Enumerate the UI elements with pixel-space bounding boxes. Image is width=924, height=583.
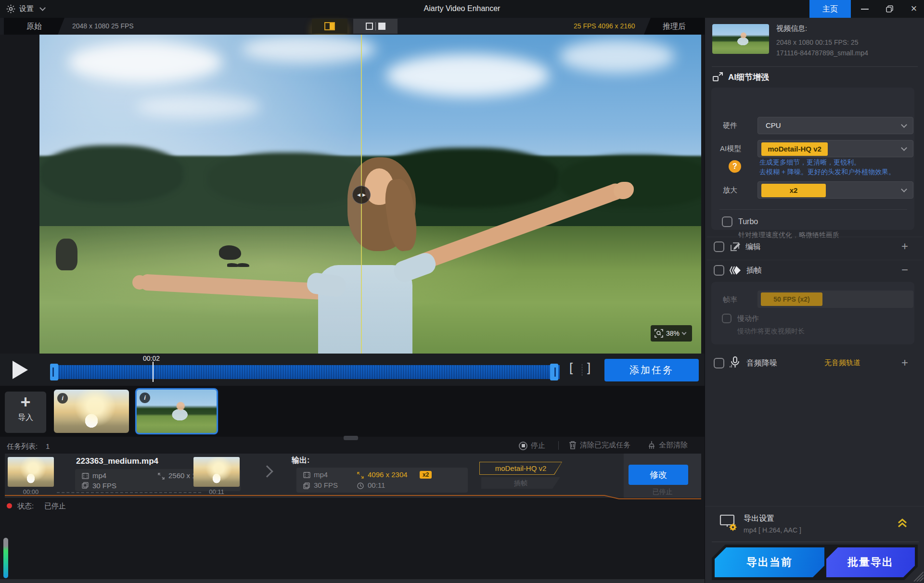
collapse-chevrons-icon[interactable] bbox=[897, 517, 908, 529]
task-card[interactable]: 00:00 223363_medium.mp4 mp4 2560 x 1440 … bbox=[5, 454, 701, 498]
task-arrow-icon bbox=[261, 465, 273, 477]
task-list-label: 任务列表: bbox=[7, 442, 38, 451]
clear-completed-button[interactable]: 清除已完成任务 bbox=[569, 441, 630, 450]
task-input-time: 00:00 bbox=[8, 488, 54, 495]
split-view-toggle[interactable] bbox=[312, 19, 347, 34]
fps-dropdown-disabled: 50 FPS (x2) bbox=[757, 291, 913, 308]
card-divider bbox=[719, 209, 907, 210]
media-thumbnail-2-selected[interactable]: i bbox=[135, 388, 218, 434]
window-title: Aiarty Video Enhancer bbox=[0, 4, 924, 13]
enhanced-specs: 25 FPS 4096 x 2160 bbox=[574, 22, 635, 30]
edit-checkbox[interactable] bbox=[714, 241, 724, 252]
maximize-button[interactable] bbox=[879, 0, 901, 18]
trim-out-button[interactable]: ] bbox=[587, 360, 590, 375]
close-button[interactable]: × bbox=[904, 0, 924, 18]
import-button[interactable]: + 导入 bbox=[5, 392, 46, 433]
status-label: 状态: bbox=[17, 502, 34, 511]
slowmo-desc: 慢动作将更改视频时长 bbox=[737, 327, 805, 336]
export-current-button[interactable]: 导出当前 bbox=[715, 547, 824, 577]
video-preview[interactable]: ◀ ▶ 38% bbox=[39, 35, 701, 354]
info-icon[interactable]: i bbox=[57, 393, 68, 404]
edit-expand-button[interactable]: + bbox=[901, 240, 908, 253]
window-bottom-edge bbox=[0, 579, 705, 583]
help-icon[interactable]: ? bbox=[729, 160, 741, 173]
stop-button[interactable]: 停止 bbox=[519, 441, 545, 450]
play-icon bbox=[13, 361, 28, 379]
panel-drag-handle[interactable] bbox=[344, 436, 358, 440]
video-info-thumbnail bbox=[712, 24, 769, 54]
media-thumbnail-1[interactable]: i bbox=[54, 390, 129, 433]
split-arrow-right-icon: ▶ bbox=[362, 192, 366, 197]
tab-enhanced[interactable]: 推理后 bbox=[644, 18, 705, 35]
title-bar: 设置 Aiarty Video Enhancer 主页 × bbox=[0, 0, 924, 18]
scale-dropdown[interactable]: x2 bbox=[757, 181, 913, 199]
resize-grip-icon[interactable] bbox=[912, 571, 924, 582]
trim-in-button[interactable]: [ bbox=[569, 360, 573, 375]
model-desc-line1: 生成更多细节，更清晰，更锐利。 bbox=[759, 158, 860, 167]
original-side-overlay bbox=[39, 35, 361, 354]
home-button[interactable]: 主页 bbox=[809, 0, 851, 18]
status-row: 状态: 已停止 bbox=[0, 500, 705, 512]
zoom-level: 38% bbox=[666, 330, 680, 337]
audio-expand-button[interactable]: + bbox=[901, 356, 908, 369]
interp-collapse-button[interactable]: − bbox=[901, 263, 908, 277]
zoom-control[interactable]: 38% bbox=[651, 325, 692, 342]
minimize-icon bbox=[861, 9, 869, 10]
close-icon: × bbox=[911, 2, 917, 14]
compare-split-handle[interactable]: ◀ ▶ bbox=[352, 186, 371, 204]
task-output-time: 00:11 bbox=[193, 488, 240, 495]
interp-checkbox[interactable] bbox=[714, 265, 724, 276]
interp-badge-banner: 插帧 bbox=[481, 477, 560, 489]
turbo-checkbox[interactable] bbox=[722, 216, 732, 227]
playhead[interactable] bbox=[153, 362, 154, 382]
modify-button[interactable]: 修改 bbox=[629, 465, 688, 485]
preview-header-row: 原始 2048 x 1080 25 FPS 25 FPS 4096 x 2160… bbox=[0, 18, 705, 35]
slowmo-checkbox bbox=[722, 314, 732, 323]
trim-divider bbox=[582, 364, 582, 376]
slowmo-label: 慢动作 bbox=[737, 314, 759, 323]
microphone-icon bbox=[729, 356, 741, 369]
film-icon bbox=[303, 472, 310, 478]
scale-label: 放大 bbox=[723, 186, 737, 195]
divider bbox=[712, 66, 918, 67]
cloud bbox=[559, 39, 675, 73]
video-info-specs: 2048 x 1080 00:15 FPS: 25 bbox=[776, 38, 858, 46]
task-state: 已停止 bbox=[624, 488, 701, 496]
dropdown-chevron-icon bbox=[901, 122, 907, 128]
audio-checkbox[interactable] bbox=[714, 358, 724, 368]
add-task-button[interactable]: 添加任务 bbox=[604, 359, 699, 381]
split-arrow-left-icon: ◀ bbox=[357, 192, 360, 197]
timeline-left-handle[interactable] bbox=[50, 364, 58, 380]
audio-note: 无音频轨道 bbox=[824, 358, 860, 368]
fps-icon bbox=[303, 482, 310, 489]
interp-label: 插帧 bbox=[746, 266, 762, 276]
hardware-label: 硬件 bbox=[723, 121, 737, 130]
model-desc-line2: 去模糊 + 降噪。更好的头发和户外植物效果。 bbox=[759, 168, 895, 177]
ai-model-dropdown[interactable]: moDetail-HQ v2 bbox=[757, 140, 913, 157]
ai-model-pill: moDetail-HQ v2 bbox=[761, 142, 828, 156]
task-output-label: 输出: bbox=[292, 456, 309, 466]
cloud bbox=[386, 54, 550, 97]
play-button[interactable] bbox=[13, 361, 32, 379]
split-view-icon bbox=[324, 22, 335, 30]
task-input-thumbnail bbox=[8, 457, 54, 487]
export-format: mp4 [ H.264, AAC ] bbox=[744, 526, 801, 534]
playback-row: 00:02 [ ] 添加任务 bbox=[0, 354, 705, 386]
timeline-track[interactable] bbox=[52, 365, 560, 379]
magnifier-icon bbox=[654, 329, 663, 338]
fps-label: 帧率 bbox=[723, 295, 737, 304]
tab-original[interactable]: 原始 bbox=[4, 18, 64, 35]
minimize-button[interactable] bbox=[855, 0, 875, 18]
original-specs: 2048 x 1080 25 FPS bbox=[72, 22, 134, 30]
side-by-side-toggle[interactable] bbox=[353, 19, 398, 34]
export-batch-button[interactable]: 批量导出 bbox=[826, 547, 915, 577]
task-card-progress-border bbox=[5, 493, 701, 500]
export-settings-icon bbox=[719, 514, 738, 531]
info-icon[interactable]: i bbox=[140, 393, 150, 403]
timeline-right-handle[interactable] bbox=[550, 364, 558, 380]
level-meter bbox=[3, 538, 8, 578]
hardware-dropdown[interactable]: CPU bbox=[757, 117, 913, 134]
playhead-time: 00:02 bbox=[143, 355, 160, 362]
enhance-card: 硬件 CPU AI模型 moDetail-HQ v2 ? 生成更多细节，更清晰，… bbox=[711, 88, 914, 230]
clear-all-button[interactable]: 全部清除 bbox=[648, 441, 688, 450]
